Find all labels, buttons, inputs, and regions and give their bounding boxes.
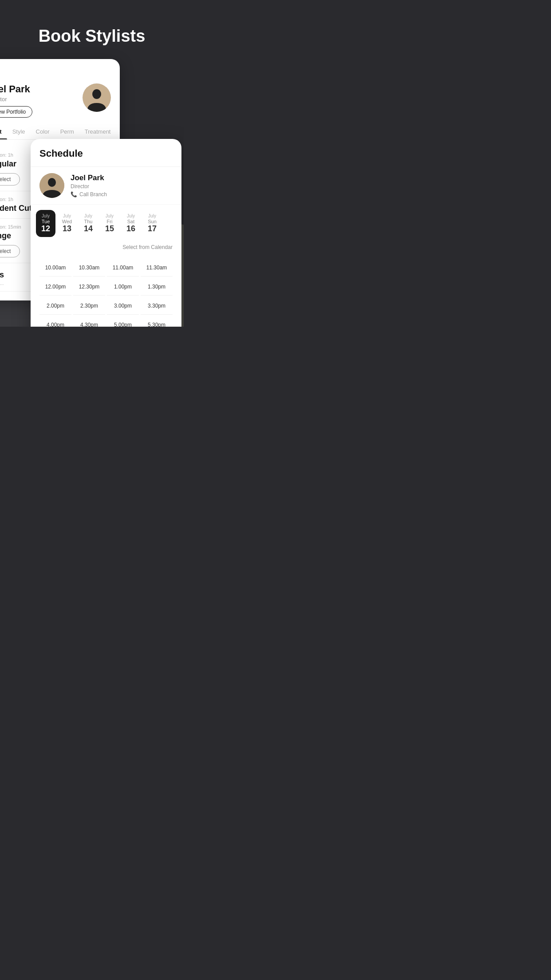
date-number: 17: [148, 224, 157, 233]
tab-perm[interactable]: Perm: [55, 125, 79, 139]
time-slot-100[interactable]: 1.00pm: [107, 278, 139, 296]
time-slot-500[interactable]: 5.00pm: [107, 316, 139, 327]
date-item-thu14[interactable]: July Thu 14: [79, 210, 98, 237]
select-from-calendar[interactable]: Select from Calendar: [31, 242, 181, 256]
view-portfolio-button[interactable]: View Portfolio: [0, 106, 32, 118]
stylist-avatar: [83, 83, 111, 112]
time-slot-430[interactable]: 4.30pm: [73, 316, 105, 327]
date-day: Thu: [84, 219, 93, 224]
call-branch[interactable]: 📞 Call Branch: [71, 191, 107, 198]
time-slot-400[interactable]: 4.00pm: [39, 316, 71, 327]
page-title: Book Stylists: [0, 0, 184, 59]
date-number: 12: [41, 224, 50, 233]
time-slots: 10.00am 10.30am 11.00am 11.30am 12.00pm …: [31, 256, 181, 327]
time-slot-330[interactable]: 3.30pm: [141, 297, 173, 315]
schedule-stylist-avatar: [39, 173, 64, 198]
stylist-name: Joel Park: [0, 83, 32, 95]
call-branch-label: Call Branch: [79, 191, 107, 198]
time-row-1: 10.00am 10.30am 11.00am 11.30am: [39, 259, 173, 277]
time-row-4: 4.00pm 4.30pm 5.00pm 5.30pm: [39, 316, 173, 327]
time-slot-1200[interactable]: 12.00pm: [39, 278, 71, 296]
time-slot-200[interactable]: 2.00pm: [39, 297, 71, 315]
date-selector: July Tue 12 July Wed 13 July Thu 14 July…: [31, 205, 181, 242]
date-day: Sat: [127, 219, 135, 224]
tab-cut[interactable]: Cut: [0, 125, 7, 139]
select-fringe-button[interactable]: Select: [0, 245, 20, 257]
time-slot-530[interactable]: 5.30pm: [141, 316, 173, 327]
date-item-tue12[interactable]: July Tue 12: [36, 210, 55, 237]
cards-wrapper: ‹ Joel Park Director View Portfolio: [4, 59, 179, 300]
date-day: Sun: [148, 219, 157, 224]
schedule-title: Schedule: [31, 139, 181, 167]
cards-container: ‹ Joel Park Director View Portfolio: [0, 59, 184, 318]
time-slot-1130[interactable]: 11.30am: [141, 259, 173, 277]
date-day: Fri: [107, 219, 113, 224]
date-month: July: [148, 213, 156, 218]
svg-point-1: [92, 89, 101, 99]
tab-color[interactable]: Color: [31, 125, 55, 139]
time-slot-230[interactable]: 2.30pm: [73, 297, 105, 315]
date-day: Tue: [42, 219, 50, 224]
date-number: 14: [84, 224, 93, 233]
tab-style[interactable]: Style: [7, 125, 31, 139]
schedule-stylist-info: Joel Park Director 📞 Call Branch: [71, 174, 107, 198]
tab-treatment[interactable]: Treatment: [79, 125, 116, 139]
schedule-stylist-row: Joel Park Director 📞 Call Branch: [31, 167, 181, 205]
date-item-sat16[interactable]: July Sat 16: [121, 210, 141, 237]
date-item-fri15[interactable]: July Fri 15: [100, 210, 119, 237]
date-day: Wed: [62, 219, 72, 224]
time-slot-130[interactable]: 1.30pm: [141, 278, 173, 296]
date-month: July: [42, 213, 50, 218]
phone-icon: 📞: [71, 191, 77, 198]
date-item-wed13[interactable]: July Wed 13: [57, 210, 77, 237]
stylist-info: Joel Park Director View Portfolio: [0, 83, 32, 118]
time-row-3: 2.00pm 2.30pm 3.00pm 3.30pm: [39, 297, 173, 315]
svg-point-3: [48, 178, 56, 187]
date-month: July: [106, 213, 114, 218]
select-regular-button[interactable]: Select: [0, 173, 20, 186]
date-number: 15: [105, 224, 114, 233]
stylist-header: Joel Park Director View Portfolio: [0, 83, 111, 118]
date-number: 13: [63, 224, 71, 233]
stylist-role: Director: [0, 96, 32, 103]
schedule-stylist-role: Director: [71, 183, 107, 190]
time-slot-1030[interactable]: 10.30am: [73, 259, 105, 277]
time-slot-1000[interactable]: 10.00am: [39, 259, 71, 277]
time-row-2: 12.00pm 12.30pm 1.00pm 1.30pm: [39, 278, 173, 296]
date-item-sun17[interactable]: July Sun 17: [142, 210, 162, 237]
time-slot-1100[interactable]: 11.00am: [107, 259, 139, 277]
date-month: July: [63, 213, 71, 218]
service-tabs: Cut Style Color Perm Treatment Others: [0, 125, 120, 140]
date-month: July: [127, 213, 135, 218]
date-number: 16: [126, 224, 135, 233]
tab-others[interactable]: Others: [116, 125, 120, 139]
schedule-stylist-name: Joel Park: [71, 174, 107, 182]
time-slot-300[interactable]: 3.00pm: [107, 297, 139, 315]
schedule-card: Schedule Joel Park Director 📞 Call Branc…: [31, 139, 181, 327]
date-month: July: [84, 213, 92, 218]
time-slot-1230[interactable]: 12.30pm: [73, 278, 105, 296]
